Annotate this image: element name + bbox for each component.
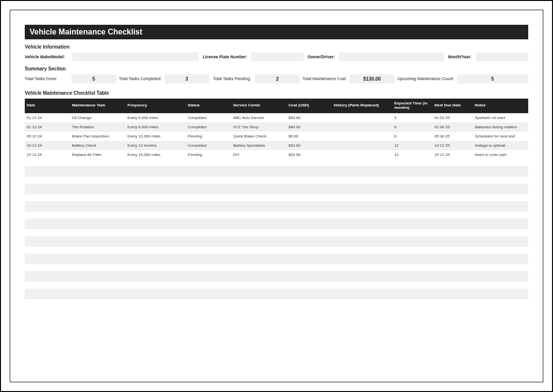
- cell-task: Battery Check: [70, 141, 125, 150]
- tasks-done-label: Total Tasks Done:: [25, 77, 68, 81]
- vehicle-info-heading: Vehicle Information: [25, 44, 528, 50]
- cell-cost: $0.00: [286, 132, 332, 141]
- cell-status: Pending: [186, 150, 231, 159]
- table-heading: Vehicle Maintenance Checklist Table: [25, 90, 528, 96]
- vehicle-info-row: Vehicle Make/Model: License Plate Number…: [25, 52, 528, 61]
- summary-heading: Summary Section: [25, 66, 528, 71]
- cell-notes: Synthetic oil used: [473, 113, 528, 122]
- cell-history: [332, 141, 392, 150]
- cell-expected_time: 6: [392, 132, 433, 141]
- cell-next_due: 10 12 25: [433, 141, 473, 150]
- cell-date: 01 12 24: [25, 122, 70, 132]
- tasks-completed-label: Total Tasks Completed:: [119, 77, 162, 81]
- cell-next_due: 01 06 25: [433, 122, 473, 132]
- maintenance-cost-value: $130.00: [350, 74, 394, 84]
- cell-frequency: Every 12 months: [125, 141, 185, 150]
- cell-notes: Need to order part: [473, 150, 528, 159]
- page-frame: Vehicle Maintenance Checklist Vehicle In…: [0, 0, 553, 392]
- col-task: Maintenance Task: [70, 99, 125, 113]
- cell-cost: $50.00: [286, 113, 332, 122]
- make-model-label: Vehicle Make/Model:: [25, 54, 68, 59]
- cell-service_center: Battery Specialists: [231, 141, 286, 150]
- col-history: History (Parts Replaced): [332, 99, 392, 113]
- cell-service_center: Quick Brake Check: [231, 132, 286, 141]
- blank-row: [25, 289, 528, 299]
- tasks-pending-label: Total Tasks Pending:: [212, 77, 252, 81]
- blank-row: [25, 184, 528, 194]
- cell-notes: Voltage is optimal: [473, 141, 528, 150]
- table-row: 05 12 24Brake Pad InspectionEvery 12,000…: [25, 132, 528, 141]
- cell-expected_time: 12: [392, 141, 433, 150]
- cell-frequency: Every 12,000 miles: [125, 132, 185, 141]
- cell-history: [332, 132, 392, 141]
- tasks-pending-value: 2: [255, 74, 300, 84]
- cell-status: Pending: [186, 132, 231, 141]
- table-row: 01 12 24Tire RotationEvery 6,000 milesCo…: [25, 122, 528, 132]
- month-year-label: Month/Year:: [448, 54, 472, 59]
- table-header: Date Maintenance Task Frequency Status S…: [25, 99, 528, 113]
- cell-status: Completed: [186, 113, 231, 122]
- owner-label: Owner/Driver:: [308, 54, 335, 59]
- cell-history: [332, 150, 392, 159]
- blank-row: [25, 236, 528, 247]
- cell-history: [332, 122, 392, 132]
- maintenance-cost-label: Total Maintenance Cost:: [302, 77, 347, 81]
- upcoming-value: 5: [457, 74, 528, 84]
- cell-expected_time: 12: [392, 150, 433, 159]
- cell-next_due: 05 06 25: [433, 132, 473, 141]
- col-expected-time: Expected Time (in months): [392, 99, 433, 113]
- cell-task: Tire Rotation: [70, 122, 125, 132]
- cell-task: Replace Air Filter: [70, 150, 125, 159]
- cell-task: Oil Change: [70, 113, 125, 122]
- cell-next_due: 01 03 25: [433, 113, 473, 122]
- tasks-done-value: 5: [71, 74, 116, 84]
- cell-status: Completed: [186, 141, 231, 150]
- cell-frequency: Every 5,000 miles: [125, 113, 185, 122]
- blank-row: [25, 271, 528, 282]
- cell-notes: Scheduled for next visit: [473, 132, 528, 141]
- cell-expected_time: 3: [392, 113, 433, 122]
- checklist-table: Date Maintenance Task Frequency Status S…: [25, 99, 528, 159]
- inner-frame: Vehicle Maintenance Checklist Vehicle In…: [10, 10, 543, 382]
- cell-service_center: DIY: [231, 150, 286, 159]
- col-next-due: Next Due Date: [433, 99, 473, 113]
- blank-row: [25, 219, 528, 229]
- col-service-center: Service Center: [231, 99, 286, 113]
- col-notes: Notes: [473, 99, 528, 113]
- owner-field[interactable]: [339, 52, 444, 61]
- cell-expected_time: 6: [392, 122, 433, 132]
- col-date: Date: [25, 99, 70, 113]
- cell-frequency: Every 6,000 miles: [125, 122, 185, 132]
- col-frequency: Frequency: [125, 99, 185, 113]
- cell-cost: $20.00: [286, 141, 332, 150]
- cell-history: [332, 113, 392, 122]
- month-year-field[interactable]: [476, 52, 529, 61]
- cell-notes: Balanced during rotation: [473, 122, 528, 132]
- col-cost: Cost (USD): [286, 99, 332, 113]
- make-model-field[interactable]: [72, 52, 199, 61]
- tasks-completed-value: 3: [165, 74, 209, 84]
- cell-cost: $40.00: [286, 122, 332, 132]
- cell-service_center: XYZ Tire Shop: [231, 122, 286, 132]
- cell-service_center: ABC Auto Service: [231, 113, 286, 122]
- summary-row: Total Tasks Done: 5 Total Tasks Complete…: [25, 74, 528, 84]
- blank-row: [25, 166, 528, 177]
- plate-field[interactable]: [251, 52, 304, 61]
- cell-frequency: Every 15,000 miles: [125, 150, 185, 159]
- cell-cost: $20.00: [286, 150, 332, 159]
- plate-label: License Plate Number:: [202, 54, 247, 59]
- cell-date: 10 12 24: [25, 141, 70, 150]
- upcoming-label: Upcoming Maintenance Count:: [397, 77, 454, 81]
- cell-date: 15 12 24: [25, 150, 70, 159]
- cell-date: 01 12 24: [25, 113, 70, 122]
- table-body: 01 12 24Oil ChangeEvery 5,000 milesCompl…: [25, 113, 528, 159]
- blank-row: [25, 201, 528, 212]
- table-row: 15 12 24Replace Air FilterEvery 15,000 m…: [25, 150, 528, 159]
- page-title: Vehicle Maintenance Checklist: [25, 25, 528, 39]
- cell-task: Brake Pad Inspection: [70, 132, 125, 141]
- cell-next_due: 15 12 25: [433, 150, 473, 159]
- table-row: 01 12 24Oil ChangeEvery 5,000 milesCompl…: [25, 113, 528, 122]
- blank-row: [25, 254, 528, 264]
- cell-date: 05 12 24: [25, 132, 70, 141]
- table-row: 10 12 24Battery CheckEvery 12 monthsComp…: [25, 141, 528, 150]
